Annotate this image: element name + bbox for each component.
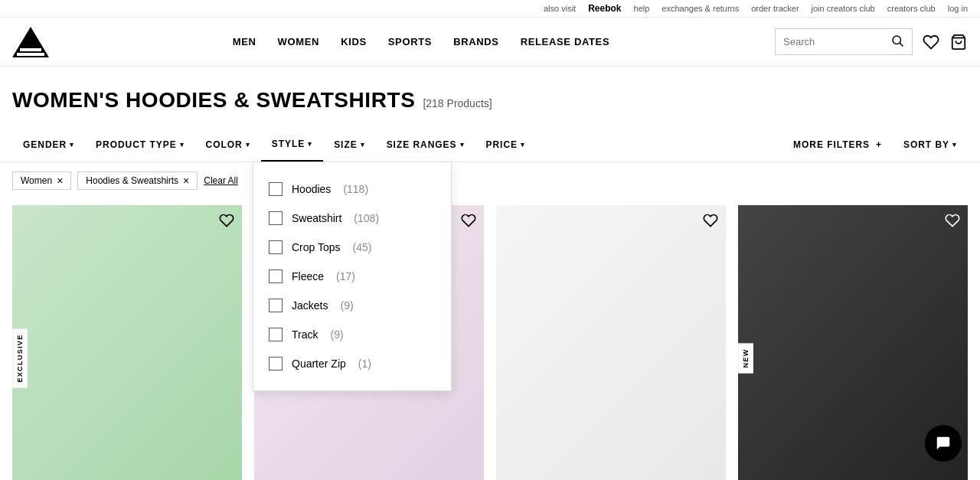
style-chevron-icon: ▾ — [308, 140, 312, 148]
product-image: EXCLUSIVE — [12, 205, 242, 480]
size-chevron-icon: ▾ — [361, 141, 365, 149]
wishlist-button[interactable] — [703, 213, 718, 232]
jackets-checkbox[interactable] — [269, 299, 283, 312]
main-nav: MEN WOMEN KIDS SPORTS BRANDS RELEASE DAT… — [0, 18, 980, 67]
exchanges-link[interactable]: exchanges & returns — [662, 4, 739, 13]
top-bar: also visit Reebok help exchanges & retur… — [0, 0, 980, 18]
svg-rect-2 — [17, 53, 44, 56]
size-ranges-filter[interactable]: SIZE RANGES ▾ — [376, 129, 475, 161]
size-ranges-chevron-icon: ▾ — [460, 141, 465, 149]
nav-kids[interactable]: KIDS — [341, 33, 367, 51]
style-sweatshirt-item[interactable]: Sweatshirt (108) — [253, 204, 451, 233]
svg-point-3 — [893, 36, 901, 44]
active-filters: Women × Hoodies & Sweatshirts × Clear Al… — [0, 162, 980, 199]
style-fleece-item[interactable]: Fleece (17) — [253, 262, 451, 291]
quarter-zip-count: (1) — [358, 358, 371, 370]
fleece-count: (17) — [336, 270, 355, 282]
page-header: WOMEN'S HOODIES & SWEATSHIRTS [218 Produ… — [0, 67, 980, 128]
fleece-label: Fleece — [292, 270, 324, 282]
hoodies-count: (118) — [343, 183, 368, 195]
search-input[interactable] — [783, 36, 890, 47]
sweatshirt-label: Sweatshirt — [292, 212, 341, 224]
style-dropdown: Hoodies (118) Sweatshirt (108) Crop Tops… — [253, 162, 452, 391]
sort-by-button[interactable]: SORT BY ▾ — [893, 129, 968, 161]
sweatshirt-count: (108) — [354, 212, 379, 224]
gender-filter[interactable]: GENDER ▾ — [12, 129, 85, 161]
cart-icon[interactable] — [949, 33, 968, 51]
product-card: EXCLUSIVE Originals SHMOO HOODIE $90 2 c… — [6, 199, 248, 480]
also-visit-label: also visit — [544, 4, 576, 13]
style-track-item[interactable]: Track (9) — [253, 320, 451, 349]
adidas-logo[interactable] — [12, 27, 49, 57]
chat-button[interactable] — [925, 425, 962, 462]
women-filter-tag[interactable]: Women × — [12, 171, 71, 190]
track-checkbox[interactable] — [269, 328, 283, 341]
hoodies-checkbox[interactable] — [269, 182, 283, 196]
exclusive-badge: EXCLUSIVE — [12, 328, 28, 387]
page-title: WOMEN'S HOODIES & SWEATSHIRTS — [12, 88, 415, 113]
product-type-chevron-icon: ▾ — [180, 141, 185, 149]
plus-icon: + — [876, 139, 882, 150]
track-count: (9) — [330, 328, 343, 341]
help-link[interactable]: help — [634, 4, 650, 13]
nav-brands[interactable]: BRANDS — [453, 33, 499, 51]
track-label: Track — [292, 328, 318, 341]
crop-tops-count: (45) — [353, 241, 372, 253]
sweatshirt-checkbox[interactable] — [269, 211, 283, 225]
product-type-filter[interactable]: PRODUCT TYPE ▾ — [85, 129, 195, 161]
jackets-count: (9) — [340, 299, 353, 312]
nav-release-dates[interactable]: RELEASE DATES — [521, 33, 610, 51]
order-tracker-link[interactable]: order tracker — [751, 4, 799, 13]
log-in-link[interactable]: log in — [948, 4, 968, 13]
product-count: [218 Products] — [423, 97, 492, 109]
crop-tops-label: Crop Tops — [292, 241, 341, 253]
gender-chevron-icon: ▾ — [70, 141, 74, 149]
reebok-link[interactable]: Reebok — [588, 3, 621, 14]
style-jackets-item[interactable]: Jackets (9) — [253, 291, 451, 320]
quarter-zip-label: Quarter Zip — [292, 358, 346, 370]
price-chevron-icon: ▾ — [521, 141, 525, 149]
jackets-label: Jackets — [292, 299, 328, 312]
nav-sports[interactable]: SPORTS — [388, 33, 432, 51]
wishlist-button[interactable] — [219, 213, 234, 232]
fleece-checkbox[interactable] — [269, 269, 283, 283]
nav-men[interactable]: MEN — [233, 33, 256, 51]
hoodies-sweatshirts-filter-tag[interactable]: Hoodies & Sweatshirts × — [77, 171, 198, 190]
search-icon[interactable] — [890, 34, 904, 50]
svg-line-4 — [900, 43, 903, 46]
hoodies-label: Hoodies — [292, 183, 331, 195]
product-grid: EXCLUSIVE Originals SHMOO HOODIE $90 2 c… — [0, 199, 980, 480]
filter-bar: GENDER ▾ PRODUCT TYPE ▾ COLOR ▾ STYLE ▾ … — [0, 128, 980, 162]
color-filter[interactable]: COLOR ▾ — [195, 129, 261, 161]
product-card: Originals SHMOO HOODIE $90 2 colors — [490, 199, 732, 480]
women-tag-label: Women — [21, 175, 52, 186]
nav-women[interactable]: WOMEN — [278, 33, 320, 51]
quarter-zip-checkbox[interactable] — [269, 357, 283, 371]
search-box — [775, 28, 913, 55]
join-creators-link[interactable]: join creators club — [812, 4, 875, 13]
hoodies-tag-label: Hoodies & Sweatshirts — [86, 175, 178, 186]
style-hoodies-item[interactable]: Hoodies (118) — [253, 175, 451, 204]
product-image — [496, 205, 726, 480]
women-tag-close-icon[interactable]: × — [57, 175, 63, 186]
clear-all-button[interactable]: Clear All — [204, 175, 238, 186]
svg-rect-1 — [20, 48, 41, 51]
more-filters-button[interactable]: MORE FILTERS + — [782, 129, 893, 161]
price-filter[interactable]: PRICE ▾ — [475, 129, 536, 161]
color-chevron-icon: ▾ — [246, 141, 250, 149]
creators-club-link[interactable]: creators club — [887, 4, 936, 13]
style-crop-tops-item[interactable]: Crop Tops (45) — [253, 233, 451, 262]
style-filter[interactable]: STYLE ▾ — [261, 128, 323, 162]
style-quarter-zip-item[interactable]: Quarter Zip (1) — [253, 349, 451, 378]
nav-links: MEN WOMEN KIDS SPORTS BRANDS RELEASE DAT… — [67, 33, 775, 51]
hoodies-tag-close-icon[interactable]: × — [183, 175, 189, 186]
new-badge: NEW — [738, 343, 753, 373]
sort-chevron-icon: ▾ — [952, 141, 957, 149]
size-filter[interactable]: SIZE ▾ — [323, 129, 375, 161]
wishlist-icon[interactable] — [922, 33, 940, 51]
nav-right — [775, 28, 968, 55]
wishlist-button[interactable] — [461, 213, 476, 232]
wishlist-button[interactable] — [945, 213, 960, 232]
crop-tops-checkbox[interactable] — [269, 240, 283, 254]
